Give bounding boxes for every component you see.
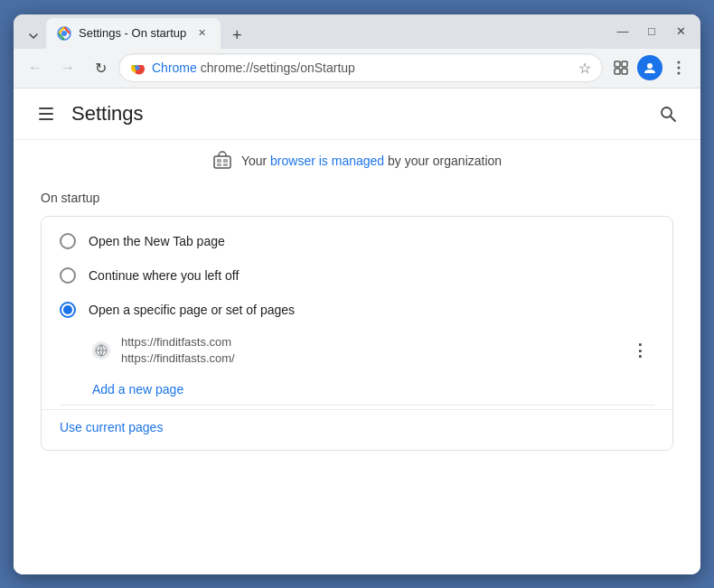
search-settings-button[interactable] <box>653 99 682 128</box>
svg-rect-14 <box>217 159 221 163</box>
tab-dropdown-button[interactable] <box>21 23 46 49</box>
radio-specific-inner <box>63 305 72 314</box>
chrome-logo-icon <box>130 61 145 75</box>
section-title: On startup <box>41 191 673 205</box>
svg-rect-7 <box>622 69 627 74</box>
tab-title: Settings - On startup <box>79 26 186 40</box>
managed-icon <box>212 151 232 171</box>
forward-button[interactable]: → <box>53 53 82 82</box>
maximize-button[interactable]: □ <box>639 19 664 44</box>
toolbar: ← → ↻ Chrome chrome://settings/onStartup… <box>14 49 700 89</box>
address-brand: Chrome <box>152 61 197 75</box>
svg-point-9 <box>678 61 681 64</box>
toolbar-icons <box>606 53 693 82</box>
address-bar[interactable]: Chrome chrome://settings/onStartup ☆ <box>118 53 603 82</box>
bookmark-icon[interactable]: ☆ <box>578 60 591 77</box>
svg-point-3 <box>136 66 140 70</box>
option-continue[interactable]: Continue where you left off <box>42 258 672 293</box>
refresh-button[interactable]: ↻ <box>86 53 115 82</box>
new-tab-button[interactable]: + <box>224 23 249 49</box>
address-text: Chrome chrome://settings/onStartup <box>152 61 571 75</box>
svg-point-10 <box>678 67 681 70</box>
page-entry: https://finditfasts.com https://finditfa… <box>42 327 672 374</box>
settings-title: Settings <box>71 102 144 126</box>
use-current-link[interactable]: Use current pages <box>60 420 163 434</box>
option-specific[interactable]: Open a specific page or set of pages <box>42 293 672 327</box>
managed-notice-text: Your browser is managed by your organiza… <box>241 154 502 168</box>
back-button[interactable]: ← <box>21 53 50 82</box>
svg-rect-13 <box>214 156 230 168</box>
settings-header: Settings <box>14 89 700 140</box>
browser-window: Settings - On startup ✕ + — □ ✕ ← → ↻ Ch… <box>14 14 700 574</box>
page-inner: Settings <box>14 89 700 469</box>
svg-point-11 <box>678 72 681 75</box>
menu-button[interactable] <box>664 53 693 82</box>
option-specific-label: Open a specific page or set of pages <box>89 303 295 317</box>
tab-bar: Settings - On startup ✕ + <box>21 14 599 49</box>
page-favicon <box>92 341 110 359</box>
page-more-button[interactable]: ⋮ <box>625 336 654 365</box>
divider <box>60 405 654 406</box>
title-bar: Settings - On startup ✕ + — □ ✕ <box>14 14 700 49</box>
extensions-button[interactable] <box>606 53 635 82</box>
svg-rect-6 <box>615 69 620 74</box>
svg-point-12 <box>662 107 672 117</box>
svg-rect-15 <box>223 159 228 163</box>
hamburger-line-3 <box>39 118 53 120</box>
startup-section: On startup Open the New Tab page Continu… <box>14 182 700 469</box>
svg-point-8 <box>647 63 653 69</box>
radio-new-tab[interactable] <box>60 233 76 249</box>
option-continue-label: Continue where you left off <box>89 268 239 283</box>
window-controls: — □ ✕ <box>610 19 693 44</box>
svg-rect-5 <box>622 61 627 67</box>
svg-rect-17 <box>223 163 228 166</box>
option-new-tab-label: Open the New Tab page <box>89 234 225 248</box>
radio-continue[interactable] <box>60 267 76 284</box>
hamburger-button[interactable] <box>32 99 61 128</box>
svg-rect-16 <box>217 163 221 166</box>
svg-point-1 <box>61 31 67 36</box>
active-tab[interactable]: Settings - On startup ✕ <box>46 18 221 49</box>
tab-close-button[interactable]: ✕ <box>193 25 210 42</box>
profile-button[interactable] <box>637 55 662 80</box>
close-button[interactable]: ✕ <box>668 19 693 44</box>
svg-rect-4 <box>615 61 620 67</box>
hamburger-line-1 <box>39 107 53 109</box>
minimize-button[interactable]: — <box>610 19 635 44</box>
radio-specific[interactable] <box>60 302 76 318</box>
address-url: chrome://settings/onStartup <box>201 61 355 75</box>
managed-notice: Your browser is managed by your organiza… <box>14 140 700 182</box>
add-page-link[interactable]: Add a new page <box>92 382 183 397</box>
page-url-2: https://finditfasts.com/ <box>121 350 615 367</box>
use-current-section: Use current pages <box>42 409 672 443</box>
managed-link[interactable]: browser is managed <box>270 154 384 168</box>
page-content: TISK.COM Settings <box>14 89 700 574</box>
add-page-link-container: Add a new page <box>42 374 672 405</box>
page-url-1: https://finditfasts.com <box>121 334 615 350</box>
option-new-tab[interactable]: Open the New Tab page <box>42 224 672 258</box>
page-url-block: https://finditfasts.com https://finditfa… <box>121 334 615 367</box>
options-card: Open the New Tab page Continue where you… <box>41 216 673 451</box>
tab-favicon <box>57 26 71 41</box>
hamburger-line-2 <box>39 113 53 115</box>
